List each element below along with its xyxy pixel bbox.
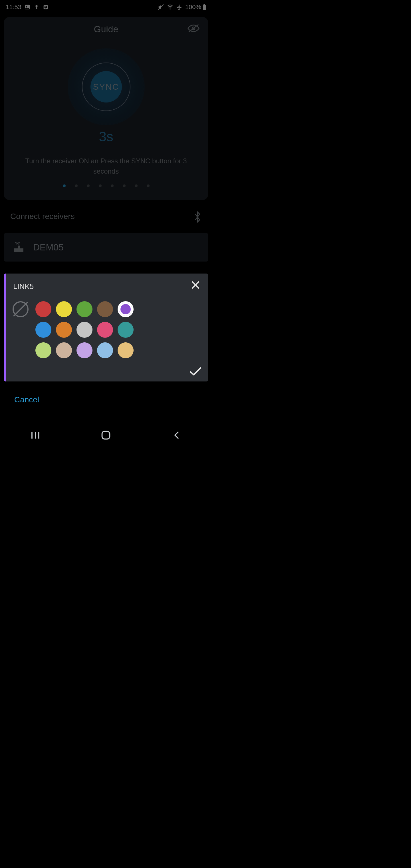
back-button[interactable] (171, 430, 182, 440)
svg-point-6 (170, 9, 170, 9)
color-swatch[interactable] (35, 301, 51, 317)
recents-button[interactable] (30, 430, 40, 440)
svg-rect-8 (203, 4, 205, 5)
sync-label: SYNC (93, 82, 119, 92)
svg-rect-12 (18, 246, 20, 248)
page-dots[interactable] (10, 184, 202, 187)
color-picker-modal (4, 274, 208, 381)
bluetooth-icon[interactable] (193, 211, 202, 222)
cancel-button[interactable]: Cancel (14, 395, 39, 404)
page-dot[interactable] (99, 184, 102, 187)
color-swatch[interactable] (97, 342, 113, 358)
hide-guide-button[interactable] (187, 23, 200, 34)
no-color-swatch[interactable] (12, 301, 29, 317)
download-icon (33, 4, 40, 10)
sync-graphic: SYNC (68, 48, 145, 125)
wifi-icon (167, 4, 173, 10)
color-swatch[interactable] (56, 322, 72, 338)
svg-point-1 (26, 6, 27, 7)
guide-instruction: Turn the receiver ON an Press the SYNC b… (10, 156, 202, 177)
sync-timer: 3s (10, 129, 202, 145)
guide-title: Guide (10, 24, 202, 35)
battery-indicator: 100% (185, 3, 207, 11)
home-button[interactable] (101, 430, 111, 440)
svg-line-10 (189, 25, 199, 32)
color-swatch[interactable] (118, 301, 133, 317)
color-swatch[interactable] (97, 322, 113, 338)
gallery-icon (24, 4, 31, 10)
device-row[interactable]: DEM05 (4, 233, 208, 261)
color-swatch[interactable] (118, 342, 133, 358)
color-swatch[interactable] (35, 322, 51, 338)
device-name: DEM05 (33, 242, 64, 253)
close-button[interactable] (190, 280, 201, 290)
svg-rect-7 (203, 5, 206, 10)
page-dot[interactable] (87, 184, 90, 187)
airplane-icon (176, 4, 182, 10)
page-dot[interactable] (123, 184, 126, 187)
color-swatch[interactable] (76, 342, 92, 358)
link-name-input[interactable] (12, 281, 72, 293)
modal-accent-stripe (4, 274, 6, 381)
connect-receivers-row: Connect receivers (0, 200, 212, 230)
page-dot[interactable] (147, 184, 150, 187)
status-bar: 11:53 100% (0, 0, 212, 14)
mute-icon (158, 4, 164, 10)
page-dot[interactable] (135, 184, 137, 187)
color-swatch[interactable] (97, 301, 113, 317)
svg-rect-18 (102, 431, 110, 439)
connect-receivers-label: Connect receivers (10, 212, 75, 221)
guide-card: Guide SYNC 3s Turn the receiver ON an Pr… (4, 17, 208, 200)
svg-point-2 (35, 5, 37, 7)
color-swatch[interactable] (56, 301, 72, 317)
status-time: 11:53 (6, 3, 22, 11)
clock-icon (42, 4, 49, 10)
color-swatch[interactable] (56, 342, 72, 358)
svg-rect-11 (14, 248, 23, 252)
color-swatch[interactable] (118, 322, 133, 338)
color-swatch-grid (35, 301, 133, 358)
confirm-button[interactable] (189, 367, 202, 377)
router-icon (14, 242, 24, 252)
page-dot[interactable] (111, 184, 114, 187)
page-dot[interactable] (75, 184, 77, 187)
color-swatch[interactable] (76, 322, 92, 338)
system-nav-bar (0, 422, 212, 448)
color-swatch[interactable] (76, 301, 92, 317)
page-dot[interactable] (63, 184, 66, 187)
color-swatch[interactable] (35, 342, 51, 358)
